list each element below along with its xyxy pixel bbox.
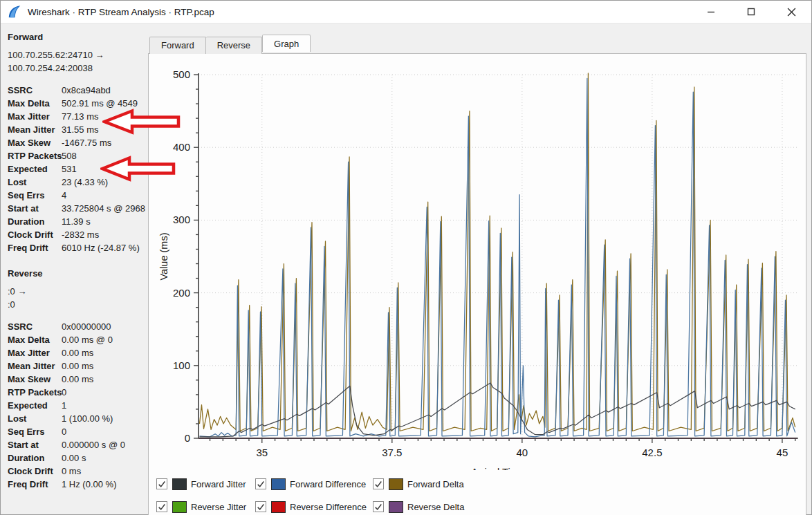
forward-section-heading: Forward	[8, 32, 141, 42]
stat-row-start-at: Start at0.000000 s @ 0	[8, 438, 141, 451]
forward-flow-source: 100.70.255.62:24710 →	[8, 48, 141, 62]
tab-forward-label: Forward	[161, 40, 194, 50]
x-tick-label: 42.5	[642, 447, 662, 458]
reverse-flow-source: :0 →	[8, 285, 141, 298]
stat-label: Duration	[8, 215, 62, 228]
stat-row-max-jitter: Max Jitter0.00 ms	[8, 346, 141, 359]
rtp-analysis-graph[interactable]: 01002003004005003537.54042.545Arrival Ti…	[149, 54, 806, 470]
stat-value: 1	[62, 400, 66, 411]
stat-label: Clock Drift	[8, 465, 62, 478]
stat-row-seq-errs: Seq Errs0	[8, 425, 141, 438]
legend-label: Reverse Jitter	[191, 502, 246, 512]
stat-label: Max Delta	[8, 97, 62, 110]
legend-label: Forward Difference	[290, 479, 366, 489]
reverse-section-heading: Reverse	[8, 268, 141, 279]
stat-label: Max Skew	[8, 373, 62, 386]
legend-row-forward: Forward Jitter Forward Difference Forwar…	[156, 477, 464, 491]
legend-item-forward-difference: Forward Difference	[255, 477, 373, 491]
forward-delta-checkbox[interactable]	[373, 478, 384, 489]
stat-label: Lost	[8, 176, 62, 189]
reverse-jitter-checkbox[interactable]	[156, 501, 167, 512]
stat-value: 1 Hz (0.00 %)	[62, 479, 116, 489]
stat-row-duration: Duration0.00 s	[8, 451, 141, 465]
legend-row-reverse: Reverse Jitter Reverse Difference Revers…	[156, 500, 464, 514]
stat-label: Start at	[8, 202, 62, 215]
close-button[interactable]	[771, 1, 811, 23]
y-tick-label: 200	[173, 287, 190, 299]
stat-row-expected: Expected1	[8, 399, 141, 412]
stat-value: 77.13 ms	[62, 111, 98, 122]
legend-label: Forward Delta	[407, 479, 464, 489]
stat-row-max-skew: Max Skew0.00 ms	[8, 373, 141, 386]
stat-value: 0.000000 s @ 0	[62, 440, 125, 450]
reverse-jitter-color-swatch	[172, 501, 187, 513]
reverse-flow-destination: :0	[8, 298, 141, 311]
stat-row-freq-drift: Freq Drift6010 Hz (-24.87 %)	[8, 241, 141, 254]
reverse-difference-checkbox[interactable]	[255, 501, 266, 512]
stat-row-clock-drift: Clock Drift0 ms	[8, 465, 141, 478]
stream-stats-sidebar: Forward 100.70.255.62:24710 → 100.70.254…	[1, 24, 144, 514]
legend-label: Reverse Difference	[290, 502, 367, 512]
y-tick-label: 100	[173, 359, 190, 371]
stat-row-ssrc: SSRC0x8ca94abd	[8, 84, 141, 97]
red-arrow-rtp-packets	[100, 156, 176, 182]
stat-row-max-skew: Max Skew-1467.75 ms	[8, 136, 141, 149]
forward-flow-destination: 100.70.254.24:20038	[8, 62, 141, 75]
legend-label: Reverse Delta	[407, 502, 464, 512]
stat-value: 1 (100.00 %)	[62, 413, 113, 424]
y-tick-label: 500	[173, 68, 190, 80]
stat-row-max-delta: Max Delta0.00 ms @ 0	[8, 333, 141, 346]
x-tick-label: 35	[256, 447, 268, 458]
stat-value: 0.00 ms @ 0	[62, 335, 113, 345]
stat-row-duration: Duration11.39 s	[8, 215, 141, 228]
stat-row-freq-drift: Freq Drift1 Hz (0.00 %)	[8, 478, 141, 491]
stat-value: 6010 Hz (-24.87 %)	[62, 243, 140, 253]
stat-row-lost: Lost1 (100.00 %)	[8, 412, 141, 425]
stat-label: Expected	[8, 399, 62, 412]
reverse-delta-checkbox[interactable]	[373, 501, 384, 512]
stat-value: 11.39 s	[62, 216, 91, 227]
stat-label: Max Skew	[8, 136, 62, 149]
stat-label: Seq Errs	[8, 189, 62, 202]
y-tick-label: 300	[173, 214, 190, 225]
x-axis-label: Arrival Time	[471, 467, 524, 470]
tabbar: Forward Reverse Graph	[149, 37, 311, 54]
maximize-button[interactable]	[731, 1, 771, 23]
stat-value: 0	[62, 427, 66, 437]
stat-label: RTP Packets	[8, 149, 62, 162]
reverse-delta-color-swatch	[389, 501, 403, 513]
reverse-stats-table: SSRC0x00000000Max Delta0.00 ms @ 0Max Ji…	[8, 320, 141, 491]
stat-value: 502.91 ms @ 4549	[62, 98, 138, 109]
stat-label: Max Jitter	[8, 110, 62, 123]
stat-label: Start at	[8, 438, 62, 451]
stat-value: -1467.75 ms	[62, 138, 111, 148]
stat-row-rtp-packets: RTP Packets0	[8, 386, 141, 399]
tab-reverse-label: Reverse	[217, 40, 250, 50]
tab-forward[interactable]: Forward	[149, 37, 206, 54]
forward-difference-color-swatch	[271, 478, 286, 490]
legend-label: Forward Jitter	[191, 479, 246, 489]
legend-item-forward-delta: Forward Delta	[373, 477, 464, 491]
stat-label: Seq Errs	[8, 425, 62, 438]
stat-label: SSRC	[8, 84, 62, 97]
stat-label: RTP Packets	[8, 386, 62, 399]
stat-label: Max Delta	[8, 333, 62, 346]
forward-difference-checkbox[interactable]	[255, 478, 266, 489]
stat-label: Expected	[8, 162, 62, 176]
stat-row-mean-jitter: Mean Jitter0.00 ms	[8, 359, 141, 373]
tab-reverse[interactable]: Reverse	[206, 37, 262, 54]
stat-value: 0x8ca94abd	[62, 85, 111, 95]
stat-row-clock-drift: Clock Drift-2832 ms	[8, 228, 141, 241]
tab-graph-label: Graph	[274, 39, 299, 49]
stat-value: 33.725804 s @ 2968	[62, 203, 145, 214]
y-tick-label: 400	[173, 141, 190, 153]
stat-label: Lost	[8, 412, 62, 425]
tab-graph[interactable]: Graph	[262, 35, 311, 52]
forward-jitter-checkbox[interactable]	[156, 478, 167, 489]
wireshark-logo-icon	[7, 4, 22, 19]
minimize-button[interactable]	[691, 1, 731, 23]
stat-label: Freq Drift	[8, 478, 62, 491]
forward-delta-color-swatch	[389, 478, 403, 490]
red-arrow-max-jitter	[102, 109, 181, 135]
y-axis-label: Value (ms)	[158, 232, 169, 280]
